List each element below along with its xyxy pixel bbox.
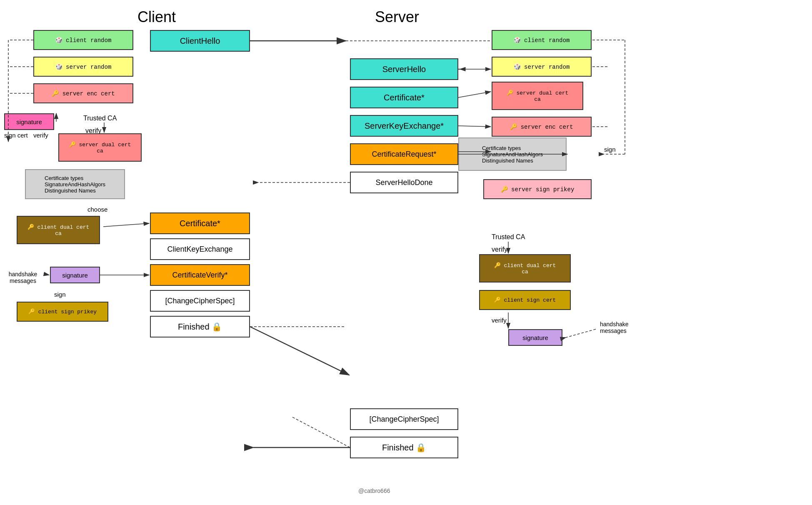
cert-types-right: Certificate types SignatureAndHashAlgors… [458, 138, 567, 171]
client-dual-cert-right: 🔑 client dual cert ca [479, 254, 571, 282]
client-title: Client [137, 8, 176, 26]
sign-cert: sign cert [4, 132, 28, 139]
svg-line-30 [45, 274, 49, 275]
change-cipher-spec-left: [ChangeCipherSpec] [150, 290, 250, 312]
signature-purple-left: signature [50, 267, 100, 283]
finished-right: Finished 🔒 [350, 437, 458, 458]
client-dual-cert-left: 🔑 client dual cert ca [17, 216, 100, 244]
server-dual-cert-left: 🔑 server dual cert ca [58, 133, 142, 162]
client-sign-cert: 🔑 client sign cert [479, 290, 571, 310]
svg-line-32 [292, 417, 350, 448]
client-key-exchange: ClientKeyExchange [150, 238, 250, 260]
server-hello-done: ServerHelloDone [350, 172, 458, 193]
client-hello-box: ClientHello [150, 30, 250, 52]
finished-left: Finished 🔒 [150, 316, 250, 338]
sign-left: sign [54, 291, 66, 298]
svg-line-12 [250, 327, 349, 375]
handshake-messages-right: handshake messages [600, 321, 642, 334]
certificate-star-left: Certificate* [150, 212, 250, 234]
server-enc-cert-box-left: 🔑 server enc cert [33, 83, 133, 103]
server-key-exchange: ServerKeyExchange* [350, 115, 458, 137]
diagram: Client Server 🎲 client random 🎲 server r… [0, 0, 812, 505]
signature-left: signature [4, 113, 54, 130]
verify-left2: verify [33, 132, 48, 139]
svg-line-28 [566, 329, 596, 338]
change-cipher-spec-right: [ChangeCipherSpec] [350, 408, 458, 430]
server-enc-cert-right: 🔑 server enc cert [492, 117, 592, 137]
server-dual-cert-right: 🔑 server dual cert ca [492, 82, 583, 110]
server-hello-box: ServerHello [350, 58, 458, 80]
verify-right: verify [492, 246, 507, 253]
svg-line-24 [458, 126, 491, 127]
server-title: Server [375, 8, 419, 26]
choose-text: choose [87, 206, 107, 213]
server-random-right: 🎲 server random [492, 57, 592, 77]
client-random-box: 🎲 client random [33, 30, 133, 50]
handshake-messages-left: handshake messages [4, 271, 42, 284]
server-sign-prikey: 🔑 server sign prikey [483, 179, 592, 199]
sign-right: sign [604, 146, 616, 153]
certificate-verify: CertificateVerify* [150, 264, 250, 286]
verify-right2: verify [492, 317, 507, 324]
svg-line-23 [458, 92, 491, 98]
svg-line-11 [103, 223, 149, 227]
certificate-request: CertificateRequest* [350, 143, 458, 165]
trusted-ca-left: Trusted CA [83, 115, 117, 122]
client-sign-prikey: 🔑 client sign prikey [17, 302, 108, 322]
cert-types-left: Certificate types SignatureAndHashAlgors… [25, 169, 125, 199]
footer: @catbro666 [358, 488, 390, 494]
trusted-ca-right: Trusted CA [492, 233, 525, 241]
certificate-star-right: Certificate* [350, 87, 458, 108]
server-random-box-left: 🎲 server random [33, 57, 133, 77]
client-random-right: 🎲 client random [492, 30, 592, 50]
signature-purple-right: signature [508, 329, 562, 346]
